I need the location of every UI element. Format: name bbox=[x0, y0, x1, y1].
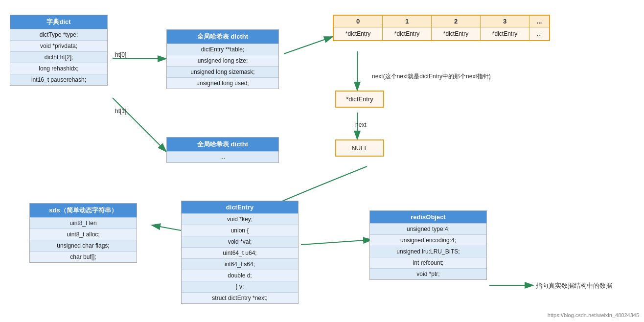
dict-field-0: dictType *type; bbox=[10, 29, 107, 40]
array-body-3: *dictEntry bbox=[481, 27, 529, 40]
dictentry-field-5: double d; bbox=[182, 270, 298, 281]
array-header-2: 2 bbox=[432, 16, 480, 27]
dictentry-field-3: uint64_t u64; bbox=[182, 247, 298, 258]
array-body-1: *dictEntry bbox=[383, 27, 431, 40]
dictht2-header: 全局哈希表 dictht bbox=[167, 138, 278, 151]
sds-field-1: uint8_t alloc; bbox=[30, 229, 137, 240]
sds-box: sds（简单动态字符串） uint8_t len uint8_t alloc; … bbox=[29, 203, 137, 263]
sds-field-3: char buf[]; bbox=[30, 251, 137, 262]
redisobject-field-0: unsigned type:4; bbox=[370, 223, 486, 234]
ht0-label: ht[0] bbox=[115, 51, 126, 58]
svg-line-2 bbox=[113, 98, 166, 152]
array-header-0: 0 bbox=[334, 16, 382, 27]
dictht1-header: 全局哈希表 dictht bbox=[167, 30, 278, 44]
dict-field-3: long rehashidx; bbox=[10, 63, 107, 74]
dictht1-field-3: unsigned long used; bbox=[167, 77, 278, 89]
dictht1-field-0: dictEntry **table; bbox=[167, 44, 278, 55]
dictentry-field-1: union { bbox=[182, 225, 298, 236]
dictentry-field-2: void *val; bbox=[182, 236, 298, 247]
dictentry-box: dictEntry void *key; union { void *val; … bbox=[181, 201, 299, 304]
dictht1-field-2: unsigned long sizemask; bbox=[167, 66, 278, 77]
dictentry-field-0: void *key; bbox=[182, 213, 298, 225]
dictentry-field-7: struct dictEntry *next; bbox=[182, 292, 298, 303]
redisobject-header: redisObject bbox=[370, 211, 486, 223]
array-cell-0: 0 *dictEntry bbox=[334, 16, 383, 40]
redisobject-field-1: unsigned encoding:4; bbox=[370, 234, 486, 246]
ptr-label: 指向真实数据结构中的数据 bbox=[536, 281, 612, 290]
dictentry-chain-1: *dictEntry bbox=[335, 91, 384, 108]
next-label-2: next bbox=[355, 121, 367, 128]
sds-header: sds（简单动态字符串） bbox=[30, 204, 137, 217]
array-table: 0 *dictEntry 1 *dictEntry 2 *dictEntry 3… bbox=[333, 15, 550, 41]
redisobject-field-4: void *ptr; bbox=[370, 268, 486, 279]
svg-line-7 bbox=[301, 240, 372, 245]
array-header-1: 1 bbox=[383, 16, 431, 27]
array-cell-3: 3 *dictEntry bbox=[481, 16, 529, 40]
dict-field-1: void *privdata; bbox=[10, 40, 107, 51]
array-body-4: ... bbox=[529, 27, 549, 40]
array-body-0: *dictEntry bbox=[334, 27, 382, 40]
array-cell-2: 2 *dictEntry bbox=[432, 16, 481, 40]
null-box: NULL bbox=[335, 139, 384, 157]
dictht1-field-1: unsigned long size; bbox=[167, 55, 278, 66]
sds-field-2: unsigned char flags; bbox=[30, 240, 137, 251]
dictentry-field-4: int64_t s64; bbox=[182, 258, 298, 270]
array-body-2: *dictEntry bbox=[432, 27, 480, 40]
redisobject-field-3: int refcount; bbox=[370, 257, 486, 268]
svg-line-3 bbox=[284, 37, 333, 54]
redisobject-field-2: unsigned lru:LRU_BITS; bbox=[370, 246, 486, 257]
array-cell-4: ... ... bbox=[529, 16, 549, 40]
array-header-4: ... bbox=[529, 16, 549, 27]
ht1-label: ht[1] bbox=[115, 108, 126, 115]
diagram-container: 字典dict dictType *type; void *privdata; d… bbox=[0, 0, 644, 322]
dictentry-field-6: } v; bbox=[182, 281, 298, 292]
dictentry-header: dictEntry bbox=[182, 201, 298, 213]
dictht-box2: 全局哈希表 dictht ... bbox=[166, 137, 279, 163]
dict-header: 字典dict bbox=[10, 15, 107, 29]
footer-text: https://blog.csdn.net/weixin_48024345 bbox=[548, 312, 639, 318]
dict-box: 字典dict dictType *type; void *privdata; d… bbox=[10, 15, 108, 86]
dictht-box1: 全局哈希表 dictht dictEntry **table; unsigned… bbox=[166, 29, 279, 89]
next-label-1: next(这个next就是dictEntry中的那个next指针) bbox=[372, 72, 491, 81]
sds-field-0: uint8_t len bbox=[30, 217, 137, 229]
dict-field-2: dictht ht[2]; bbox=[10, 51, 107, 63]
dict-field-4: int16_t pauserehash; bbox=[10, 74, 107, 85]
redisobject-box: redisObject unsigned type:4; unsigned en… bbox=[369, 210, 487, 280]
array-cell-1: 1 *dictEntry bbox=[383, 16, 432, 40]
array-header-3: 3 bbox=[481, 16, 529, 27]
dictht2-field-0: ... bbox=[167, 151, 278, 162]
